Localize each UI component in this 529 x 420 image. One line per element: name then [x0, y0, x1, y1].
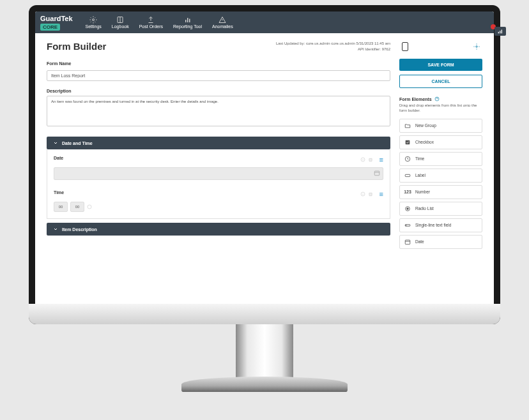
- checkbox-icon: [404, 139, 411, 146]
- svg-rect-25: [498, 32, 499, 34]
- svg-rect-3: [185, 20, 187, 22]
- delete-icon[interactable]: [368, 157, 373, 162]
- element-label: Date: [415, 239, 424, 244]
- nav-label: Anomalies: [212, 24, 233, 29]
- svg-rect-4: [187, 18, 188, 22]
- description-input[interactable]: An item was found on the premises and tu…: [47, 96, 390, 126]
- chart-icon: [184, 17, 192, 23]
- nav-settings[interactable]: Settings: [86, 17, 102, 29]
- calendar-icon: [374, 170, 380, 176]
- nav-label: Post Orders: [139, 24, 163, 29]
- number-icon: 123: [404, 189, 411, 195]
- svg-rect-26: [500, 31, 500, 33]
- info-icon[interactable]: [360, 157, 365, 162]
- page-title: Form Builder: [47, 41, 106, 52]
- form-canvas: Date and Time Date ≡: [47, 137, 390, 236]
- book-icon: [116, 17, 124, 23]
- drag-handle-icon[interactable]: ≡: [379, 156, 383, 163]
- brand-name: GuardTek: [40, 15, 73, 22]
- help-widget[interactable]: [494, 27, 506, 36]
- monitor-frame: GuardTek CORE Settings Logbook Post Orde…: [29, 5, 500, 324]
- group-title: Item Description: [62, 227, 97, 232]
- svg-rect-16: [406, 140, 410, 144]
- delete-icon[interactable]: [368, 191, 373, 197]
- element-date[interactable]: Date: [399, 235, 482, 249]
- upload-icon: [147, 17, 155, 23]
- element-label[interactable]: Label: [399, 169, 482, 183]
- info-icon[interactable]: [87, 204, 92, 209]
- svg-point-0: [93, 19, 95, 20]
- brand-sub: CORE: [40, 24, 60, 31]
- svg-point-20: [407, 207, 409, 209]
- device-preview-icon[interactable]: [402, 42, 408, 51]
- last-updated: Last Updated by: core.us.admin core.us.a…: [276, 41, 390, 47]
- element-label: Checkbox: [415, 140, 434, 144]
- element-label: Label: [415, 173, 425, 177]
- brand-logo: GuardTek CORE: [40, 15, 73, 31]
- group-header-datetime[interactable]: Date and Time: [47, 137, 390, 149]
- alert-icon: [218, 17, 226, 23]
- element-label: Number: [415, 190, 430, 194]
- element-label: Time: [415, 156, 424, 161]
- element-time[interactable]: Time: [399, 152, 482, 166]
- description-label: Description: [47, 89, 390, 93]
- time-hh-input[interactable]: 00: [54, 202, 68, 212]
- chevron-down-icon: [53, 140, 58, 146]
- element-label: Radio List: [415, 206, 434, 211]
- form-name-input[interactable]: [47, 70, 390, 81]
- time-mm-input[interactable]: 00: [70, 202, 84, 212]
- element-number[interactable]: 123Number: [399, 185, 482, 199]
- form-elements-hint: Drag and drop elements from this list on…: [399, 103, 482, 114]
- group-body-datetime: Date ≡ Time: [47, 149, 390, 219]
- svg-rect-23: [405, 240, 410, 244]
- form-name-label: Form Name: [47, 61, 390, 66]
- element-radio-list[interactable]: Radio List: [399, 202, 482, 216]
- chevron-down-icon: [53, 227, 58, 232]
- cancel-button[interactable]: CANCEL: [399, 75, 482, 88]
- element-new-group[interactable]: New Group: [399, 119, 482, 133]
- nav-label: Reporting Tool: [173, 24, 202, 29]
- nav-post-orders[interactable]: Post Orders: [139, 17, 163, 29]
- clock-icon: [404, 156, 411, 162]
- svg-point-14: [476, 46, 478, 48]
- calendar-icon: [404, 239, 411, 245]
- element-label: New Group: [415, 123, 436, 128]
- form-elements-title: Form Elements: [399, 96, 482, 101]
- nav-reporting[interactable]: Reporting Tool: [173, 17, 202, 29]
- text-icon: [404, 222, 411, 229]
- api-identifier: API Identifier: 9762: [276, 47, 390, 52]
- info-icon[interactable]: [360, 191, 365, 197]
- svg-rect-27: [502, 30, 502, 34]
- element-label: Single-line text field: [415, 223, 451, 227]
- gear-icon[interactable]: [473, 43, 480, 50]
- top-nav: GuardTek CORE Settings Logbook Post Orde…: [35, 11, 494, 33]
- svg-rect-9: [374, 171, 379, 176]
- element-checkbox[interactable]: Checkbox: [399, 135, 482, 149]
- drag-handle-icon[interactable]: ≡: [379, 190, 383, 198]
- svg-rect-18: [405, 174, 410, 176]
- nav-anomalies[interactable]: Anomalies: [212, 17, 233, 29]
- radio-icon: [404, 206, 411, 212]
- tag-icon: [404, 172, 411, 179]
- field-date-label: Date: [54, 156, 63, 160]
- main-panel: Form Builder Last Updated by: core.us.ad…: [47, 41, 390, 310]
- page-meta: Last Updated by: core.us.admin core.us.a…: [276, 41, 390, 52]
- field-time-label: Time: [54, 190, 64, 195]
- nav-label: Settings: [86, 24, 102, 29]
- monitor-chin: [29, 304, 500, 324]
- help-icon[interactable]: [434, 96, 440, 101]
- gear-icon: [89, 17, 97, 23]
- screen: GuardTek CORE Settings Logbook Post Orde…: [35, 11, 494, 318]
- nav-label: Logbook: [112, 24, 129, 29]
- element-single-line-text-field[interactable]: Single-line text field: [399, 218, 482, 232]
- svg-point-13: [88, 205, 91, 209]
- svg-rect-5: [189, 19, 190, 22]
- date-input[interactable]: [54, 167, 383, 180]
- save-button[interactable]: SAVE FORM: [399, 59, 482, 71]
- group-header-item-desc[interactable]: Item Description: [47, 223, 390, 236]
- folder-icon: [404, 123, 411, 129]
- group-title: Date and Time: [62, 141, 93, 146]
- nav-logbook[interactable]: Logbook: [112, 17, 129, 29]
- sidebar-panel: SAVE FORM CANCEL Form Elements Drag and …: [399, 41, 482, 310]
